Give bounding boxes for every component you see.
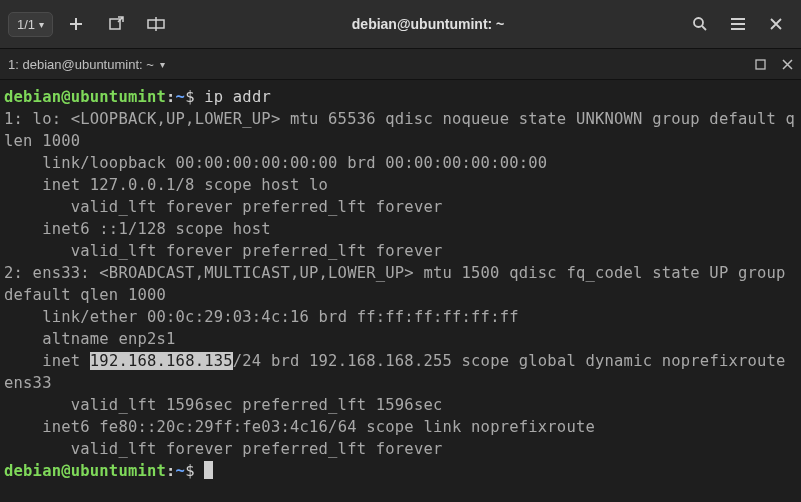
tab-1[interactable]: 1: debian@ubuntumint: ~ ▾ [8,57,165,72]
close-window-button[interactable] [759,7,793,41]
output-line: 2: ens33: <BROADCAST,MULTICAST,UP,LOWER_… [4,264,795,304]
search-button[interactable] [683,7,717,41]
maximize-icon [755,59,766,70]
output-line: altname enp2s1 [4,330,176,348]
new-window-button[interactable] [99,7,133,41]
search-icon [692,16,708,32]
chevron-down-icon: ▾ [160,59,165,70]
output-line: link/ether 00:0c:29:03:4c:16 brd ff:ff:f… [4,308,519,326]
output-line: 1: lo: <LOOPBACK,UP,LOWER_UP> mtu 65536 … [4,110,795,150]
svg-point-5 [694,18,703,27]
output-line: valid_lft forever preferred_lft forever [4,440,442,458]
output-line: inet6 fe80::20c:29ff:fe03:4c16/64 scope … [4,418,595,436]
output-line: inet6 ::1/128 scope host [4,220,271,238]
output-line: link/loopback 00:00:00:00:00:00 brd 00:0… [4,154,547,172]
new-tab-button[interactable] [59,7,93,41]
plus-icon [68,16,84,32]
output-line: valid_lft 1596sec preferred_lft 1596sec [4,396,442,414]
svg-line-6 [702,26,706,30]
hamburger-icon [730,17,746,31]
highlighted-ip: 192.168.168.135 [90,352,233,370]
chevron-down-icon: ▾ [39,19,44,30]
prompt-user-host: debian@ubuntumint [4,88,166,106]
prompt-user-host: debian@ubuntumint [4,462,166,480]
prompt-dollar: $ [185,88,204,106]
terminal-output[interactable]: debian@ubuntumint:~$ ip addr 1: lo: <LOO… [0,80,801,488]
cursor [204,461,213,479]
close-tab-button[interactable] [782,59,793,70]
tabbar: 1: debian@ubuntumint: ~ ▾ [0,48,801,80]
prompt-colon: : [166,462,176,480]
prompt-path: ~ [176,88,186,106]
prompt-path: ~ [176,462,186,480]
tab-counter-dropdown[interactable]: 1/1 ▾ [8,12,53,37]
close-icon [782,59,793,70]
prompt-colon: : [166,88,176,106]
tab-1-label: 1: debian@ubuntumint: ~ [8,57,154,72]
tab-counter-label: 1/1 [17,17,35,32]
svg-rect-10 [756,60,765,69]
split-icon [147,17,165,31]
split-button[interactable] [139,7,173,41]
close-icon [770,18,782,30]
new-window-icon [108,16,124,32]
command-1: ip addr [204,88,271,106]
prompt-dollar: $ [185,462,204,480]
maximize-button[interactable] [755,59,766,70]
titlebar: 1/1 ▾ debian@ubuntumint: ~ [0,0,801,48]
output-line-inet-prefix: inet [4,352,90,370]
output-line: valid_lft forever preferred_lft forever [4,198,442,216]
output-line: valid_lft forever preferred_lft forever [4,242,442,260]
menu-button[interactable] [721,7,755,41]
window-title: debian@ubuntumint: ~ [179,16,677,32]
output-line: inet 127.0.0.1/8 scope host lo [4,176,328,194]
